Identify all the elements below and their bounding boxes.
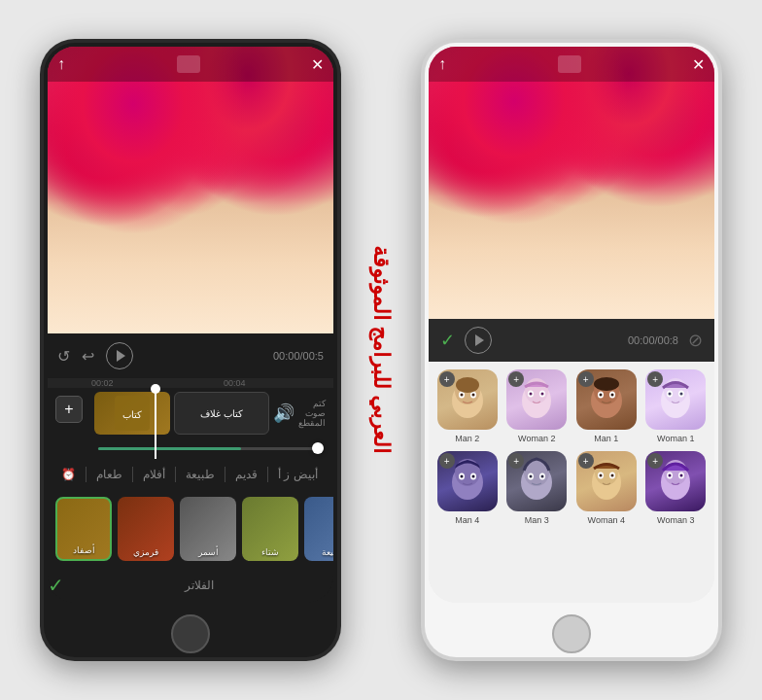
left-time-display: 00:00/00:5 bbox=[273, 350, 324, 362]
right-watermark-badge[interactable] bbox=[558, 55, 581, 73]
right-controls-bar: ✓ 00:00/00:8 ⊘ bbox=[429, 319, 714, 362]
slider-row bbox=[55, 438, 326, 458]
avatar-label-woman3: Woman 3 bbox=[657, 515, 694, 525]
avatar-add-man1[interactable]: + bbox=[578, 371, 594, 387]
timeline-tracks: + كتاب كتاب غلاف bbox=[48, 388, 333, 459]
avatar-add-man4[interactable]: + bbox=[439, 453, 455, 469]
avatar-woman2[interactable]: + bbox=[506, 369, 569, 443]
left-undo-icon[interactable]: ↺ bbox=[57, 347, 70, 366]
filter-item-4[interactable]: شتاء bbox=[242, 497, 298, 561]
left-home-button[interactable] bbox=[171, 614, 210, 653]
filter-tab-nature[interactable]: طبيعة bbox=[176, 464, 225, 485]
filter-tab-food[interactable]: طعام bbox=[87, 464, 132, 485]
left-close-icon[interactable]: ✕ bbox=[311, 55, 324, 74]
text-clip-label: كتاب غلاف bbox=[200, 408, 243, 419]
svg-point-45 bbox=[610, 473, 613, 476]
slider-fill bbox=[98, 447, 241, 450]
filter-item-5[interactable]: طبيعة bbox=[304, 497, 333, 561]
slider-thumb[interactable] bbox=[312, 442, 324, 454]
avatar-man1[interactable]: + bbox=[575, 369, 638, 443]
right-play-triangle bbox=[475, 334, 484, 346]
avatar-face-man2: + bbox=[437, 369, 498, 430]
filter-tabs: ⏰ طعام أفلام طبيعة قديم أبيض ز أ bbox=[48, 459, 333, 490]
svg-point-13 bbox=[530, 392, 533, 395]
avatar-face-woman3: + bbox=[645, 451, 706, 511]
avatar-face-woman2: + bbox=[506, 369, 567, 430]
left-redo-icon[interactable]: ↩ bbox=[82, 347, 94, 366]
left-top-bar: ↑ ✕ bbox=[48, 47, 333, 82]
avatar-face-man4: + bbox=[437, 451, 498, 511]
avatar-man4[interactable]: + bbox=[436, 451, 499, 525]
scene: العربي للبرامج الموثوقة ↑ ✕ bbox=[0, 0, 762, 700]
filter-item-3[interactable]: أسمر bbox=[180, 497, 236, 561]
svg-point-26 bbox=[669, 392, 672, 395]
timeline-ruler: 00:02 00:04 bbox=[48, 378, 333, 388]
left-watermark-badge[interactable] bbox=[177, 55, 200, 73]
avatar-add-man2[interactable]: + bbox=[439, 371, 455, 387]
avatar-label-man1: Man 1 bbox=[594, 434, 618, 443]
playhead bbox=[155, 388, 156, 459]
filter-tab-time[interactable]: ⏰ bbox=[52, 464, 86, 485]
filter-item-2[interactable]: قرمزي bbox=[118, 497, 174, 561]
volume-slider[interactable] bbox=[98, 447, 318, 450]
left-bottom-bar: ✓ الفلاتر bbox=[48, 568, 333, 603]
svg-point-21 bbox=[594, 377, 619, 391]
filter-tab-old[interactable]: قديم bbox=[225, 464, 267, 485]
avatar-man3[interactable]: + bbox=[506, 451, 569, 525]
svg-point-19 bbox=[599, 393, 602, 396]
svg-point-20 bbox=[610, 393, 613, 396]
svg-point-6 bbox=[460, 393, 463, 396]
left-top-center bbox=[177, 55, 200, 73]
filter-name-3: أسمر bbox=[180, 547, 236, 557]
avatar-add-woman4[interactable]: + bbox=[578, 453, 594, 469]
filter-item-1[interactable]: أصفاد bbox=[55, 497, 112, 561]
avatar-label-man4: Man 4 bbox=[455, 515, 479, 525]
right-video-bg bbox=[429, 47, 714, 319]
svg-point-38 bbox=[530, 474, 533, 477]
avatar-grid-container: + bbox=[429, 362, 714, 603]
avatar-label-woman1: Woman 1 bbox=[657, 434, 694, 443]
avatar-face-man1: + bbox=[576, 369, 637, 430]
avatar-woman1[interactable]: + bbox=[645, 369, 708, 443]
right-upload-icon[interactable]: ↑ bbox=[438, 55, 446, 73]
avatar-woman3[interactable]: + bbox=[645, 451, 708, 525]
left-play-button[interactable] bbox=[106, 342, 133, 369]
volume-label: كتم صوت المقطع bbox=[298, 399, 326, 428]
left-phone: ↑ ✕ ↺ ↩ 00:00/00:5 bbox=[40, 39, 341, 661]
add-clip-button[interactable]: + bbox=[55, 396, 83, 423]
avatar-grid: + bbox=[436, 369, 707, 525]
ruler-mark-1: 00:02 bbox=[91, 378, 157, 388]
avatar-face-woman1: + bbox=[645, 369, 706, 430]
ruler-mark-3: 00:04 bbox=[224, 378, 290, 388]
right-check-icon[interactable]: ✓ bbox=[440, 330, 455, 351]
filters-label: الفلاتر bbox=[64, 578, 333, 592]
left-upload-icon[interactable]: ↑ bbox=[57, 55, 65, 73]
svg-point-8 bbox=[456, 377, 479, 393]
filter-name-1: أصفاد bbox=[57, 545, 110, 555]
text-clip[interactable]: كتاب غلاف bbox=[174, 392, 269, 435]
svg-point-32 bbox=[460, 474, 463, 477]
right-home-button[interactable] bbox=[552, 614, 591, 653]
right-screen: ↑ ✕ ✓ 00:00/00:8 ⊘ bbox=[429, 47, 714, 603]
audio-icon[interactable]: 🔊 bbox=[273, 402, 294, 424]
svg-point-44 bbox=[599, 473, 602, 476]
avatar-woman4[interactable]: + bbox=[575, 451, 638, 525]
filter-name-5: طبيعة bbox=[304, 547, 333, 557]
svg-point-14 bbox=[541, 392, 544, 395]
filter-tab-bw[interactable]: أبيض ز أ bbox=[268, 464, 328, 485]
avatar-label-woman2: Woman 2 bbox=[518, 434, 555, 443]
svg-point-33 bbox=[471, 474, 474, 477]
svg-point-7 bbox=[471, 393, 474, 396]
right-video-area: ↑ ✕ bbox=[429, 47, 714, 319]
right-no-icon[interactable]: ⊘ bbox=[688, 330, 703, 351]
svg-point-50 bbox=[669, 473, 672, 476]
filter-tab-movies[interactable]: أفلام bbox=[133, 464, 175, 485]
main-video-clip[interactable]: كتاب bbox=[94, 392, 170, 435]
avatar-man2[interactable]: + bbox=[436, 369, 499, 443]
right-close-icon[interactable]: ✕ bbox=[692, 55, 705, 74]
right-play-button[interactable] bbox=[465, 327, 492, 354]
left-controls-bar: ↺ ↩ 00:00/00:5 bbox=[48, 333, 333, 378]
left-check-icon[interactable]: ✓ bbox=[48, 574, 64, 597]
avatar-face-woman4: + bbox=[576, 451, 637, 511]
svg-point-51 bbox=[680, 473, 683, 476]
